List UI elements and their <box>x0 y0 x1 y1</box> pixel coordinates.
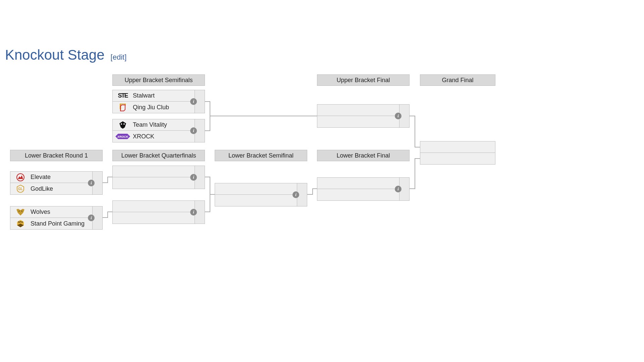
svg-text:SPG: SPG <box>18 221 23 223</box>
info-icon[interactable]: i <box>88 180 95 186</box>
svg-point-1 <box>123 123 125 125</box>
round-header-lbr1: Lower Bracket Round 1 <box>10 150 103 161</box>
team-name: Stand Point Gaming <box>31 220 92 227</box>
team-logo-vitality <box>113 119 133 131</box>
round-header-ubf: Upper Bracket Final <box>317 74 410 86</box>
team-logo-spg: SPG <box>10 218 31 229</box>
team-logo-empty <box>420 153 440 164</box>
team-logo-qjc <box>113 102 133 113</box>
team-name: Stalwart <box>133 92 195 99</box>
match-slot[interactable] <box>420 141 495 153</box>
info-icon[interactable]: i <box>292 191 299 198</box>
team-name: Team Vitality <box>133 121 195 128</box>
svg-text:GL: GL <box>18 187 23 191</box>
info-icon[interactable]: i <box>395 186 401 192</box>
team-logo-empty <box>317 105 337 116</box>
team-name: GodLike <box>31 185 92 192</box>
info-icon[interactable]: i <box>190 127 197 134</box>
team-name: XROCK <box>133 133 195 140</box>
team-logo-empty <box>113 166 133 177</box>
bracket-grid: Upper Bracket Semifinals Upper Bracket F… <box>5 74 642 316</box>
team-logo-empty <box>215 183 235 195</box>
match-gf[interactable] <box>420 141 495 165</box>
round-header-ubsf: Upper Bracket Semifinals <box>112 74 205 86</box>
svg-text:XROCK: XROCK <box>117 135 129 138</box>
info-icon[interactable]: i <box>395 113 401 119</box>
team-logo-empty <box>317 178 337 189</box>
team-logo-empty <box>113 177 133 189</box>
knockout-stage-section: Knockout Stage [edit] Upper Bracket Semi… <box>0 0 644 316</box>
round-header-lbsf: Lower Bracket Semifinal <box>215 150 307 161</box>
round-header-gf: Grand Final <box>420 74 495 86</box>
team-name: Elevate <box>31 174 92 181</box>
section-heading: Knockout Stage [edit] <box>5 47 644 63</box>
team-logo-xrock: XROCK <box>113 131 133 142</box>
team-logo-empty <box>317 116 337 127</box>
team-logo-empty <box>317 189 337 200</box>
section-title: Knockout Stage <box>5 47 105 63</box>
match-slot[interactable] <box>420 153 495 164</box>
info-icon[interactable]: i <box>88 215 95 221</box>
team-name: Wolves <box>31 208 92 216</box>
svg-point-4 <box>17 174 24 181</box>
team-logo-stalwart: STE <box>113 90 133 102</box>
info-icon[interactable]: i <box>190 98 197 105</box>
round-header-lbf: Lower Bracket Final <box>317 150 410 161</box>
team-logo-empty <box>215 195 235 206</box>
team-name: Qing Jiu Club <box>133 104 195 111</box>
svg-point-0 <box>121 123 122 125</box>
round-header-lbqf: Lower Bracket Quarterfinals <box>112 150 205 161</box>
team-logo-elevate <box>10 172 31 183</box>
info-icon[interactable]: i <box>190 209 197 216</box>
info-icon[interactable]: i <box>190 174 197 181</box>
team-logo-godlike: GL <box>10 183 31 194</box>
edit-link[interactable]: [edit] <box>111 53 127 62</box>
team-logo-empty <box>420 141 440 153</box>
team-logo-empty <box>113 201 133 212</box>
team-logo-empty <box>113 212 133 224</box>
team-logo-wolves <box>10 206 31 218</box>
